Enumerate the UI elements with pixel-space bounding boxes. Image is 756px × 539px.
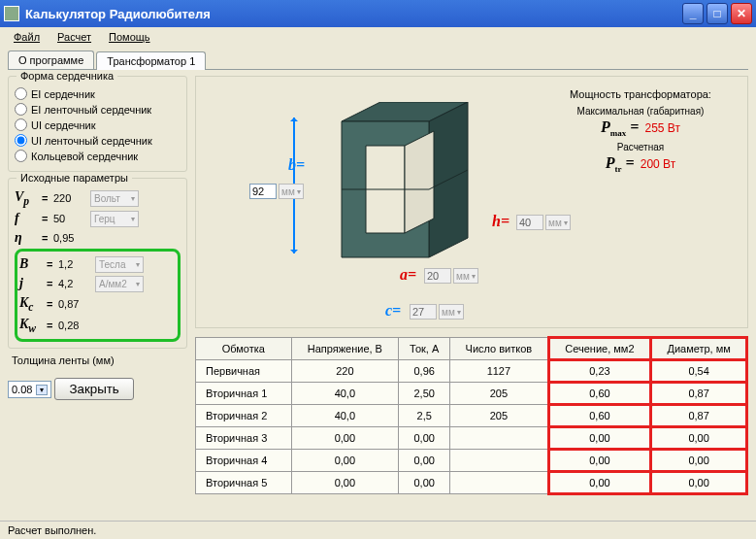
- radio-label: Кольцевой сердечник: [31, 151, 138, 162]
- menu-file[interactable]: Файл: [6, 29, 48, 45]
- table-row: Вторичная 50,000,000,000,00: [196, 472, 747, 494]
- param-kc-sym: Kc: [19, 295, 47, 314]
- table-cell[interactable]: 220: [291, 360, 399, 383]
- dim-c-input[interactable]: мм: [410, 304, 464, 320]
- table-cell[interactable]: 0,00: [291, 472, 399, 494]
- windings-table: Обмотка Напряжение, В Ток, А Число витко…: [195, 336, 748, 495]
- core-form-legend: Форма сердечника: [16, 70, 117, 82]
- dim-h-input[interactable]: мм: [516, 215, 571, 230]
- radio-label: EI сердечник: [31, 88, 95, 100]
- power-max-sym: Pmax =: [601, 118, 639, 138]
- dim-a-label: a=: [400, 266, 416, 284]
- table-cell[interactable]: 0,60: [548, 405, 651, 427]
- th-diameter: Диаметр, мм: [651, 338, 747, 360]
- radio-ring-core[interactable]: Кольцевой сердечник: [15, 150, 181, 162]
- param-kw-val[interactable]: 0,28: [58, 320, 95, 331]
- param-j-unit[interactable]: А/мм2: [95, 276, 144, 292]
- table-row: Вторичная 140,02,502050,600,87: [196, 383, 747, 405]
- core-diagram: b= мм h= мм a= мм c= мм Мощность трансфо…: [195, 76, 748, 328]
- window-title: Калькулятор Радиолюбителя: [25, 7, 679, 21]
- dim-c-label: c=: [385, 302, 401, 320]
- table-cell[interactable]: 0,87: [651, 405, 747, 427]
- power-tr-label: Расчетная: [543, 142, 738, 152]
- table-cell[interactable]: 2,5: [399, 405, 450, 427]
- dim-a-input[interactable]: мм: [424, 268, 478, 284]
- thickness-label: Толщина ленты (мм): [12, 354, 187, 366]
- table-cell[interactable]: 0,00: [291, 427, 399, 450]
- param-f-val[interactable]: 50: [53, 213, 90, 224]
- close-button[interactable]: Закрыть: [54, 378, 133, 400]
- param-b-unit[interactable]: Тесла: [95, 256, 144, 273]
- table-row: Вторичная 40,000,000,000,00: [196, 450, 747, 472]
- table-cell[interactable]: 2,50: [399, 383, 450, 405]
- radio-ui-core[interactable]: UI сердечник: [15, 118, 181, 131]
- table-cell[interactable]: 0,00: [651, 427, 747, 450]
- power-block: Мощность трансформатора: Максимальная (г…: [543, 88, 738, 174]
- menu-calc[interactable]: Расчет: [49, 29, 99, 45]
- table-cell[interactable]: [450, 472, 548, 494]
- th-turns: Число витков: [450, 338, 548, 360]
- table-cell[interactable]: 0,00: [399, 450, 450, 472]
- table-cell[interactable]: 0,00: [548, 472, 651, 494]
- radio-label: UI сердечник: [31, 119, 95, 131]
- menu-help[interactable]: Помощь: [101, 29, 158, 45]
- minimize-button[interactable]: _: [682, 3, 704, 24]
- title-bar: Калькулятор Радиолюбителя _ □ ✕: [0, 0, 756, 27]
- dim-b-label: b=: [288, 156, 305, 174]
- maximize-button[interactable]: □: [707, 3, 728, 24]
- table-cell[interactable]: Вторичная 5: [196, 472, 292, 494]
- table-cell[interactable]: 0,54: [651, 360, 747, 383]
- radio-ui-tape-core[interactable]: UI ленточный сердечник: [15, 134, 181, 147]
- table-cell[interactable]: 0,87: [651, 383, 747, 405]
- table-cell[interactable]: 0,00: [399, 427, 450, 450]
- tab-strip: О программе Трансформатор 1: [8, 51, 748, 70]
- table-cell[interactable]: 40,0: [291, 405, 399, 427]
- table-cell[interactable]: 0,96: [399, 360, 450, 383]
- dim-h-label: h=: [492, 213, 509, 230]
- dim-b-input[interactable]: мм: [249, 184, 304, 199]
- table-cell[interactable]: Первичная: [196, 360, 292, 383]
- close-window-button[interactable]: ✕: [731, 3, 752, 24]
- param-f-unit[interactable]: Герц: [90, 211, 139, 227]
- table-cell[interactable]: 1127: [450, 360, 548, 383]
- table-cell[interactable]: 0,00: [548, 427, 651, 450]
- table-header-row: Обмотка Напряжение, В Ток, А Число витко…: [196, 338, 747, 360]
- table-cell[interactable]: 205: [450, 405, 548, 427]
- param-b-val[interactable]: 1,2: [58, 258, 95, 270]
- table-cell[interactable]: 0,00: [651, 472, 747, 494]
- table-cell[interactable]: 0,00: [651, 450, 747, 472]
- status-bar: Расчет выполнен.: [0, 521, 756, 539]
- th-winding: Обмотка: [196, 338, 292, 360]
- param-eta-val[interactable]: 0,95: [53, 232, 90, 244]
- radio-ei-core[interactable]: EI сердечник: [15, 87, 181, 100]
- table-cell[interactable]: 40,0: [291, 383, 399, 405]
- table-cell[interactable]: 205: [450, 383, 548, 405]
- table-cell[interactable]: Вторичная 4: [196, 450, 292, 472]
- table-cell[interactable]: Вторичная 2: [196, 405, 292, 427]
- tab-about[interactable]: О программе: [8, 51, 94, 69]
- thickness-select[interactable]: 0.08: [8, 381, 51, 398]
- table-cell[interactable]: 0,00: [548, 450, 651, 472]
- th-current: Ток, А: [399, 338, 450, 360]
- param-vp-unit[interactable]: Вольт: [90, 190, 139, 207]
- radio-ei-tape-core[interactable]: EI ленточный сердечник: [15, 103, 181, 116]
- radio-label: UI ленточный сердечник: [31, 135, 152, 147]
- core-3d-icon: [312, 102, 497, 277]
- tab-transformer-1[interactable]: Трансформатор 1: [96, 51, 206, 70]
- param-eta-sym: η: [15, 230, 42, 246]
- table-cell[interactable]: 0,00: [399, 472, 450, 494]
- power-max-val: 255 Вт: [644, 121, 679, 135]
- table-row: Вторичная 240,02,52050,600,87: [196, 405, 747, 427]
- table-cell[interactable]: Вторичная 1: [196, 383, 292, 405]
- param-j-val[interactable]: 4,2: [58, 278, 95, 289]
- table-cell[interactable]: [450, 450, 548, 472]
- power-tr-sym: Ptr =: [606, 154, 635, 174]
- table-cell[interactable]: 0,60: [548, 383, 651, 405]
- table-cell[interactable]: [450, 427, 548, 450]
- param-vp-val[interactable]: 220: [53, 192, 90, 204]
- param-f-sym: f: [15, 211, 42, 226]
- table-cell[interactable]: 0,00: [291, 450, 399, 472]
- table-cell[interactable]: Вторичная 3: [196, 427, 292, 450]
- param-kc-val[interactable]: 0,87: [58, 298, 95, 310]
- table-cell[interactable]: 0,23: [548, 360, 651, 383]
